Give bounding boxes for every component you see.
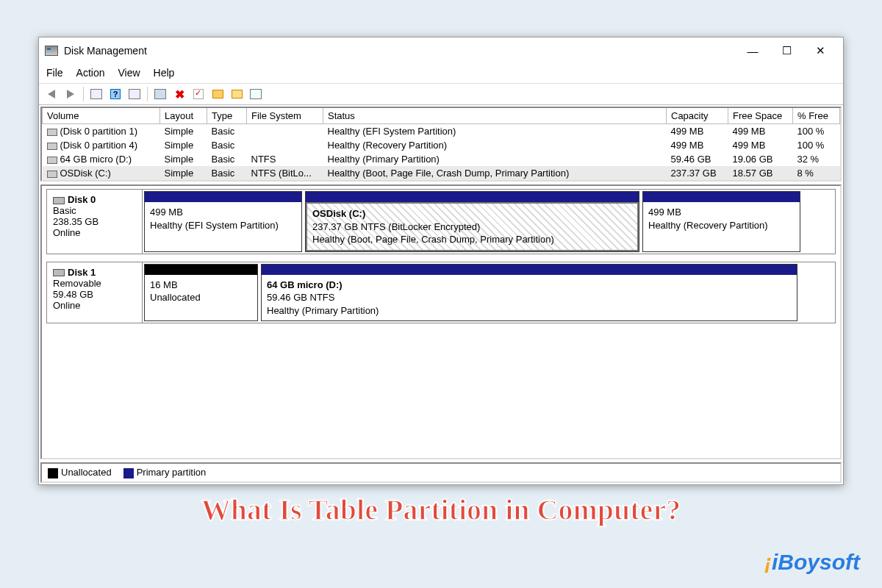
disk-info: Disk 1Removable59.48 GBOnline: [47, 262, 143, 323]
refresh-button[interactable]: [152, 86, 168, 102]
volume-list-pane: Volume Layout Type File System Status Ca…: [40, 107, 842, 182]
partition-color-bar: [643, 192, 800, 202]
window-title: Disk Management: [64, 45, 147, 57]
menu-help[interactable]: Help: [154, 67, 175, 79]
action-button-2[interactable]: [229, 86, 245, 102]
col-layout[interactable]: Layout: [160, 108, 207, 124]
table-row[interactable]: (Disk 0 partition 1)SimpleBasicHealthy (…: [43, 124, 840, 139]
help-button[interactable]: ?: [107, 86, 123, 102]
volume-table[interactable]: Volume Layout Type File System Status Ca…: [42, 108, 840, 180]
partition-color-bar: [145, 265, 257, 275]
disk-icon: [53, 197, 65, 204]
disk-row[interactable]: Disk 0Basic238.35 GBOnline499 MBHealthy …: [46, 189, 836, 254]
legend-primary: Primary partition: [137, 467, 207, 478]
caption-text: What Is Table Partition in Computer?: [0, 492, 882, 527]
col-filesystem[interactable]: File System: [247, 108, 323, 124]
table-row[interactable]: (Disk 0 partition 4)SimpleBasicHealthy (…: [43, 138, 840, 152]
show-hide-tree-button[interactable]: [88, 86, 104, 102]
volume-icon: [47, 143, 57, 150]
partition-block[interactable]: 16 MBUnallocated: [144, 264, 258, 322]
partition-block[interactable]: 499 MBHealthy (EFI System Partition): [144, 191, 302, 252]
partition-color-bar: [262, 265, 797, 275]
col-capacity[interactable]: Capacity: [667, 108, 728, 124]
legend-unallocated: Unallocated: [61, 467, 112, 478]
disk-info: Disk 0Basic238.35 GBOnline: [47, 190, 143, 254]
col-volume[interactable]: Volume: [43, 108, 160, 124]
disk-row[interactable]: Disk 1Removable59.48 GBOnline16 MBUnallo…: [46, 262, 836, 324]
table-row[interactable]: OSDisk (C:)SimpleBasicNTFS (BitLo...Heal…: [43, 166, 840, 180]
partition-block[interactable]: 499 MBHealthy (Recovery Partition): [642, 191, 800, 252]
col-status[interactable]: Status: [323, 108, 667, 124]
legend: Unallocated Primary partition: [40, 462, 842, 483]
table-row[interactable]: 64 GB micro (D:)SimpleBasicNTFSHealthy (…: [43, 152, 840, 166]
menu-action[interactable]: Action: [76, 67, 105, 79]
menu-file[interactable]: File: [46, 67, 63, 79]
back-button[interactable]: [43, 86, 60, 102]
delete-button[interactable]: ✖: [171, 86, 187, 102]
table-header-row[interactable]: Volume Layout Type File System Status Ca…: [43, 108, 840, 124]
show-panes-button[interactable]: [126, 86, 143, 102]
col-freespace[interactable]: Free Space: [728, 108, 793, 124]
brand-logo: ¡iBoysoft: [764, 550, 860, 575]
forward-button[interactable]: [62, 86, 79, 102]
close-button[interactable]: ✕: [803, 40, 837, 62]
volume-icon: [47, 157, 57, 164]
disk-management-window: Disk Management — ☐ ✕ File Action View H…: [38, 37, 844, 485]
menu-view[interactable]: View: [118, 67, 140, 79]
maximize-button[interactable]: ☐: [770, 40, 803, 62]
disk-graphic-pane[interactable]: Disk 0Basic238.35 GBOnline499 MBHealthy …: [40, 184, 842, 459]
volume-icon: [47, 129, 57, 136]
action-button-3[interactable]: [248, 86, 264, 102]
properties-button[interactable]: [190, 86, 207, 102]
legend-swatch-unallocated: [48, 468, 58, 478]
partition-color-bar: [306, 192, 639, 202]
partition-color-bar: [145, 192, 301, 202]
col-pctfree[interactable]: % Free: [793, 108, 840, 124]
toolbar: ? ✖: [39, 83, 843, 105]
col-type[interactable]: Type: [207, 108, 247, 124]
app-icon: [45, 46, 58, 56]
partition-block[interactable]: OSDisk (C:)237.37 GB NTFS (BitLocker Enc…: [305, 191, 639, 252]
minimize-button[interactable]: —: [736, 40, 770, 62]
disk-icon: [53, 269, 65, 276]
titlebar[interactable]: Disk Management — ☐ ✕: [39, 37, 843, 64]
menubar: File Action View Help: [39, 64, 843, 83]
action-button-1[interactable]: [209, 86, 226, 102]
partition-block[interactable]: 64 GB micro (D:)59.46 GB NTFSHealthy (Pr…: [261, 264, 797, 322]
legend-swatch-primary: [123, 468, 134, 478]
volume-icon: [47, 171, 57, 178]
